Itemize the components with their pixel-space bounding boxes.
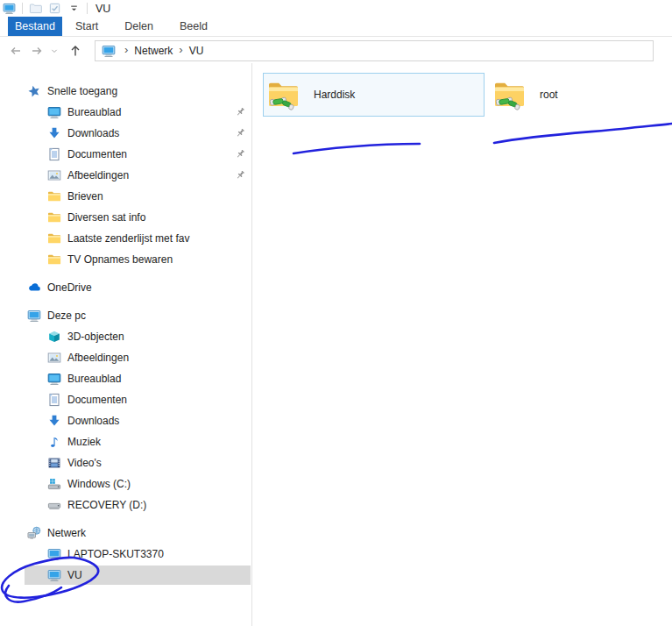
network-icon xyxy=(27,526,41,540)
file-name: Harddisk xyxy=(314,89,355,101)
sidebar-item-brieven[interactable]: Brieven xyxy=(0,186,251,207)
sidebar-item-label: Deze pc xyxy=(47,309,86,322)
sidebar-item-label: RECOVERY (D:) xyxy=(67,499,146,511)
music-icon xyxy=(47,435,61,449)
folder-icon xyxy=(47,253,61,267)
tab-bestand[interactable]: Bestand xyxy=(8,17,62,36)
network-folder-icon xyxy=(492,77,527,112)
customize-toolbar-caret-icon[interactable] xyxy=(67,2,81,15)
sidebar-item-label: Video's xyxy=(67,457,102,469)
sidebar-item-label: LAPTOP-SKUT3370 xyxy=(67,548,164,560)
sidebar-item-label: OneDrive xyxy=(47,281,92,294)
sidebar-item-label: Downloads xyxy=(67,415,119,427)
qat-folder-icon[interactable] xyxy=(29,2,42,15)
breadcrumb-netwerk[interactable]: Netwerk xyxy=(134,45,173,57)
recent-locations-chevron-icon[interactable] xyxy=(49,44,60,58)
file-tile-root[interactable]: root xyxy=(489,73,672,117)
sidebar-item-afbeeldingen[interactable]: Afbeeldingen xyxy=(0,347,251,368)
sidebar-item-label: Afbeeldingen xyxy=(67,169,129,181)
sidebar-item-laatste-zenderlijst-met-fav[interactable]: Laatste zenderlijst met fav xyxy=(0,228,251,249)
sidebar-item-vu[interactable]: VU xyxy=(0,565,251,586)
desktop-icon xyxy=(47,105,61,119)
sidebar-item-netwerk[interactable]: Netwerk xyxy=(0,523,251,544)
pin-icon xyxy=(234,148,246,160)
sidebar-item-label: Brieven xyxy=(67,190,103,203)
folder-icon xyxy=(47,210,61,224)
app-icon xyxy=(3,2,16,15)
downloads-icon xyxy=(47,126,61,140)
folder-icon xyxy=(47,189,61,203)
3d-objects-icon xyxy=(47,330,61,344)
sidebar-item-recovery-d[interactable]: RECOVERY (D:) xyxy=(0,494,251,516)
sidebar-item-3d-objecten[interactable]: 3D-objecten xyxy=(0,326,251,347)
sidebar-item-label: Laatste zenderlijst met fav xyxy=(67,232,189,245)
sidebar-item-label: Downloads xyxy=(67,127,119,139)
sidebar-item-windows-c[interactable]: Windows (C:) xyxy=(0,473,251,494)
forward-icon[interactable] xyxy=(30,44,44,58)
pin-icon xyxy=(234,106,246,118)
navigation-bar: › Netwerk › VU xyxy=(0,37,672,64)
location-computer-icon xyxy=(102,44,116,58)
sidebar-item-laptop-skut3370[interactable]: LAPTOP-SKUT3370 xyxy=(0,544,251,565)
sidebar-item-onedrive[interactable]: OneDrive xyxy=(0,277,251,298)
sidebar-item-label: VU xyxy=(67,569,82,581)
sidebar-item-label: Bureaublad xyxy=(67,106,121,118)
computer-icon xyxy=(27,309,41,323)
sidebar-item-label: Snelle toegang xyxy=(47,85,117,97)
sidebar-item-label: TV Opnames bewaren xyxy=(67,253,173,266)
up-icon[interactable] xyxy=(68,44,82,58)
navigation-pane: Snelle toegangBureaubladDownloadsDocumen… xyxy=(0,63,252,626)
address-bar[interactable]: › Netwerk › VU xyxy=(95,40,654,61)
chevron-right-icon: › xyxy=(118,43,134,58)
sidebar-item-label: Diversen sat info xyxy=(67,211,145,224)
documents-icon xyxy=(47,393,61,407)
sidebar-item-diversen-sat-info[interactable]: Diversen sat info xyxy=(0,207,251,228)
tab-start[interactable]: Start xyxy=(62,17,111,36)
qat-checkbox-icon[interactable] xyxy=(48,2,61,15)
titlebar: VU xyxy=(0,0,672,17)
chevron-right-icon: › xyxy=(173,43,188,58)
sidebar-item-muziek[interactable]: Muziek xyxy=(0,431,251,452)
window-body: Snelle toegangBureaubladDownloadsDocumen… xyxy=(0,63,672,626)
explorer-window: VU Bestand Start Delen Beeld › Netwerk ›… xyxy=(0,0,672,626)
tab-delen[interactable]: Delen xyxy=(111,17,166,36)
sidebar-item-label: Documenten xyxy=(67,394,127,406)
sidebar-item-downloads[interactable]: Downloads xyxy=(0,410,251,431)
sidebar-item-label: 3D-objecten xyxy=(67,331,124,343)
onedrive-icon xyxy=(27,281,41,295)
file-list: Harddiskroot xyxy=(252,63,672,626)
videos-icon xyxy=(47,456,61,470)
sidebar-item-label: Afbeeldingen xyxy=(67,352,129,364)
drive-windows-icon xyxy=(47,477,61,491)
computer-icon xyxy=(47,547,61,561)
back-icon[interactable] xyxy=(9,44,23,58)
desktop-icon xyxy=(47,372,61,386)
sidebar-item-video-s[interactable]: Video's xyxy=(0,452,251,473)
sidebar-item-bureaublad[interactable]: Bureaublad xyxy=(0,102,251,123)
separator xyxy=(22,3,23,14)
sidebar-item-tv-opnames-bewaren[interactable]: TV Opnames bewaren xyxy=(0,249,251,270)
sidebar-item-deze-pc[interactable]: Deze pc xyxy=(0,305,251,326)
tab-beeld[interactable]: Beeld xyxy=(166,17,221,36)
sidebar-item-downloads[interactable]: Downloads xyxy=(0,123,251,144)
sidebar-item-label: Windows (C:) xyxy=(67,478,131,490)
sidebar-item-label: Bureaublad xyxy=(67,373,121,385)
sidebar-tree: Snelle toegangBureaubladDownloadsDocumen… xyxy=(0,81,251,586)
pin-icon xyxy=(234,169,246,181)
sidebar-item-bureaublad[interactable]: Bureaublad xyxy=(0,368,251,389)
breadcrumb-vu[interactable]: VU xyxy=(189,45,204,57)
sidebar-item-documenten[interactable]: Documenten xyxy=(0,144,251,165)
documents-icon xyxy=(47,147,61,161)
sidebar-item-snelle-toegang[interactable]: Snelle toegang xyxy=(0,81,251,102)
file-name: root xyxy=(540,89,558,101)
quick-access-icon xyxy=(27,84,41,98)
network-folder-icon xyxy=(266,77,301,112)
file-tile-harddisk[interactable]: Harddisk xyxy=(263,73,485,117)
sidebar-item-documenten[interactable]: Documenten xyxy=(0,389,251,410)
pictures-icon xyxy=(47,168,61,182)
folder-icon xyxy=(47,231,61,245)
sidebar-item-afbeeldingen[interactable]: Afbeeldingen xyxy=(0,165,251,186)
sidebar-item-label: Netwerk xyxy=(47,527,86,539)
downloads-icon xyxy=(47,414,61,428)
separator xyxy=(87,3,88,14)
